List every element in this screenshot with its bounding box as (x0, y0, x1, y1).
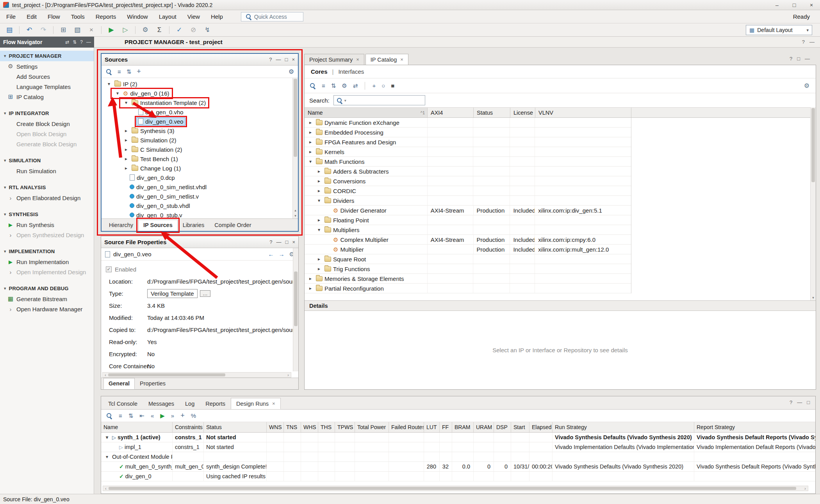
browse-button[interactable]: … (200, 290, 210, 297)
help-icon[interactable]: ? (802, 39, 805, 45)
sfp-scrollbar[interactable] (293, 248, 298, 371)
collapse-icon[interactable]: ▾ (316, 198, 323, 203)
stop-icon[interactable]: ■ (391, 82, 394, 89)
menu-window[interactable]: Window (127, 13, 148, 20)
catalog-row-trig-functions[interactable]: ▸Trig Functions (305, 264, 631, 274)
tab-libraries[interactable]: Libraries (178, 220, 210, 231)
scrollbar-thumb[interactable] (294, 79, 297, 157)
flownav-section-header-project-manager[interactable]: ▾PROJECT MANAGER (0, 51, 94, 61)
sfp-horizontal-scrollbar[interactable]: ‹ › (102, 372, 291, 378)
scroll-down-icon[interactable]: ▾ (293, 214, 298, 218)
collapse-icon[interactable]: ▾ (123, 100, 130, 105)
scroll-left-icon[interactable]: ‹ (103, 373, 108, 377)
sum-icon[interactable]: Σ (154, 25, 165, 35)
scroll-up-icon[interactable]: ▴ (293, 208, 298, 212)
tab-design-runs[interactable]: Design Runs× (231, 398, 281, 409)
run-row-mult-gen-0-synth-1[interactable]: ✓mult_gen_0_synth_1mult_gen_0synth_desig… (101, 462, 815, 472)
gear-icon[interactable]: ⚙ (289, 68, 294, 75)
catalog-row-kernels[interactable]: ▸Kernels (305, 147, 631, 157)
runs-col-total-power[interactable]: Total Power (355, 422, 389, 432)
flownav-item-create-block-design[interactable]: Create Block Design (0, 119, 94, 129)
flownav-item-run-simulation[interactable]: Run Simulation (0, 166, 94, 176)
catalog-row-adders-subtracters[interactable]: ▸Adders & Subtracters (305, 167, 631, 176)
step-forward-icon[interactable]: » (171, 412, 174, 419)
flownav-item-generate-bitstream[interactable]: ▦Generate Bitstream (0, 294, 94, 304)
help-icon[interactable]: ? (269, 57, 272, 62)
tab-general[interactable]: General (103, 378, 135, 389)
runs-col-tns[interactable]: TNS (284, 422, 301, 432)
search-input[interactable]: ▾ (333, 95, 425, 105)
source-node-div-gen-0-sim-netlist-vhdl[interactable]: div_gen_0_sim_netlist.vhdl (102, 182, 292, 192)
scrollbar-thumb[interactable] (294, 272, 298, 326)
expand-icon[interactable]: ▸ (307, 120, 314, 125)
percent-icon[interactable]: % (191, 412, 196, 419)
add-repository-icon[interactable]: + (372, 82, 376, 89)
float-icon[interactable]: □ (285, 239, 289, 245)
runs-col-start[interactable]: Start (511, 422, 529, 432)
forward-icon[interactable]: → (279, 251, 285, 257)
redo-icon[interactable]: ↷ (38, 25, 49, 35)
expand-icon[interactable]: ▸ (316, 217, 323, 223)
runs-col-ths[interactable]: THS (318, 422, 335, 432)
expand-collapse-icon[interactable]: ⇅ (73, 39, 77, 45)
source-node-synthesis[interactable]: ▸Synthesis (3) (102, 126, 292, 135)
expand-icon[interactable]: ▸ (307, 149, 314, 154)
flownav-item-open-elaborated-design[interactable]: ›Open Elaborated Design (0, 193, 94, 203)
catalog-row-multipliers[interactable]: ▾Multipliers (305, 225, 631, 235)
expand-icon[interactable]: ▸ (307, 286, 314, 291)
play-icon[interactable]: ▶ (160, 412, 165, 419)
runs-col-tpws[interactable]: TPWS (335, 422, 355, 432)
search-icon[interactable] (309, 82, 316, 89)
expand-icon[interactable]: ▸ (307, 139, 314, 145)
add-icon[interactable]: + (180, 412, 185, 420)
validate-icon[interactable]: ✓ (174, 25, 185, 35)
source-node-simulation[interactable]: ▸Simulation (2) (102, 135, 292, 145)
source-node-c-simulation[interactable]: ▸C Simulation (2) (102, 145, 292, 154)
gear-icon[interactable]: ⚙ (804, 82, 809, 89)
menu-reports[interactable]: Reports (96, 13, 116, 20)
enabled-checkbox[interactable]: ✓ (106, 266, 112, 272)
source-node-div-gen-0-vho[interactable]: div_gen_0.vho (102, 107, 292, 117)
float-icon[interactable]: □ (285, 57, 288, 62)
expand-icon[interactable]: ▸ (316, 256, 323, 262)
tab-messages[interactable]: Messages (143, 398, 180, 409)
expand-collapse-icon[interactable]: ⇅ (128, 412, 134, 419)
subtab-cores[interactable]: Cores (311, 68, 328, 75)
tab-ip-sources[interactable]: IP Sources (138, 220, 178, 231)
delete-icon[interactable]: × (86, 25, 97, 35)
quick-access-search[interactable]: Quick Access (241, 12, 303, 21)
menu-file[interactable]: File (6, 13, 16, 20)
catalog-row-embedded-processing[interactable]: ▸Embedded Processing (305, 128, 631, 137)
close-icon[interactable]: × (400, 57, 403, 62)
tab-compile-order[interactable]: Compile Order (209, 220, 256, 231)
runs-col-elapsed[interactable]: Elapsed (529, 422, 553, 432)
catalog-col-license[interactable]: License (510, 108, 535, 117)
collapse-all-icon[interactable]: ≡ (118, 68, 121, 75)
catalog-row-math-functions[interactable]: ▾Math Functions (305, 157, 631, 167)
menu-view[interactable]: View (187, 13, 200, 20)
source-node-ip[interactable]: ▾IP (2) (102, 79, 292, 89)
flownav-item-ip-catalog[interactable]: ⊞IP Catalog (0, 92, 94, 102)
scroll-right-icon[interactable]: › (285, 373, 291, 377)
expand-collapse-icon[interactable]: ⇅ (331, 82, 336, 89)
flownav-item-language-templates[interactable]: Language Templates (0, 82, 94, 92)
flownav-item-open-synthesized-design[interactable]: ›Open Synthesized Design (0, 230, 94, 240)
catalog-row-divider-generator[interactable]: ⚙Divider GeneratorAXI4-StreamProductionI… (305, 206, 631, 215)
collapse-icon[interactable]: ▾ (103, 454, 111, 460)
close-icon[interactable]: × (356, 57, 359, 62)
catalog-row-floating-point[interactable]: ▸Floating Point (305, 215, 631, 225)
collapse-icon[interactable]: ▾ (105, 81, 112, 87)
dock-icon[interactable]: ⇄ (65, 39, 69, 45)
catalog-row-partial-reconfiguration[interactable]: ▸Partial Reconfiguration (305, 284, 631, 293)
tab-hierarchy[interactable]: Hierarchy (104, 220, 138, 231)
runs-col-status[interactable]: Status (204, 422, 267, 432)
edit-disabled-icon[interactable]: ⊘ (188, 25, 199, 35)
expand-icon[interactable]: ▸ (123, 147, 130, 152)
minimize-icon[interactable]: — (809, 39, 815, 45)
source-node-div-gen-0-stub-vhdl[interactable]: div_gen_0_stub.vhdl (102, 201, 292, 210)
menu-help[interactable]: Help (211, 13, 223, 20)
runs-col-whs[interactable]: WHS (301, 422, 318, 432)
bottom-horizontal-scrollbar[interactable]: ‹ › (103, 486, 808, 491)
tab-log[interactable]: Log (180, 398, 200, 409)
filter-icon[interactable]: ⚙ (342, 82, 347, 89)
